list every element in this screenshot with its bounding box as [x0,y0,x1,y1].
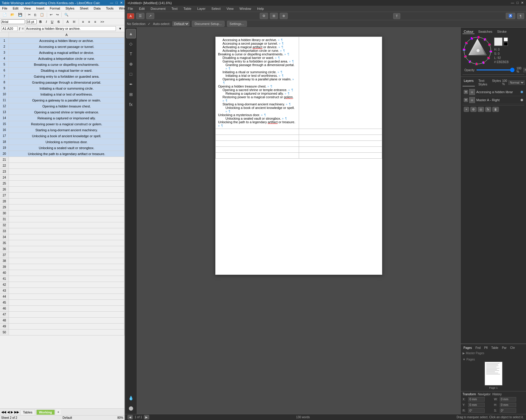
aff-table-tab[interactable]: Table [490,346,499,350]
aff-pfl-tab[interactable]: Pfl [483,346,489,350]
aff-menu-document[interactable]: Document [150,6,166,11]
aff-menu-view[interactable]: View [225,6,234,11]
aff-menu-window[interactable]: Window [239,6,252,11]
aff-accessibility-btn[interactable]: ♿ [506,13,515,19]
lo-save-btn[interactable]: 💾 [17,12,24,18]
lo-menu-format[interactable]: Format [49,6,61,10]
lo-undo-btn[interactable]: ↩ [48,12,54,18]
aff-export-btn[interactable]: ↗ [146,13,154,19]
cell-a3[interactable]: Activating a magical artifact or device. [9,50,125,56]
lo-sheet-tab-working[interactable]: Working [36,410,55,415]
aff-pages-tab[interactable]: Pages [463,346,473,350]
cell-a8[interactable]: Granting passage through a dimensional p… [9,79,125,85]
cell-a36[interactable] [9,246,125,252]
cell-a21[interactable] [9,157,125,163]
aff-canvas[interactable]: Accessing a hidden library or archive. »… [137,28,460,414]
lo-find-btn[interactable]: 🔍 [63,12,70,18]
cell-a44[interactable] [9,294,125,300]
cell-a30[interactable] [9,210,125,216]
lo-cut-btn[interactable]: ✂ [27,12,32,18]
aff-fx-tool[interactable]: fx [126,100,136,109]
cell-a46[interactable] [9,306,125,312]
cell-a34[interactable] [9,234,125,240]
cell-a37[interactable] [9,252,125,258]
cell-a10[interactable]: Initiating a trial or test of worthiness… [9,91,125,97]
aff-par-tab[interactable]: Par [501,346,508,350]
aff-text-options-btn[interactable]: T [393,13,401,19]
aff-layer-blend-dropdown[interactable]: Normal [508,80,525,85]
cell-a23[interactable] [9,169,125,175]
aff-colour-tab[interactable]: Colour [463,29,474,34]
aff-opacity-slider[interactable] [476,69,515,71]
cell-a5[interactable]: Breaking a curse or dispelling enchantme… [9,62,125,68]
cell-a35[interactable] [9,240,125,246]
lo-last-sheet-btn[interactable]: ▶▶ [14,410,19,414]
aff-y-input[interactable] [468,403,485,407]
lo-next-btn[interactable]: ▶ [11,410,13,414]
aff-minimize-btn[interactable]: — [511,1,514,5]
cell-a18[interactable]: Unlocking a mysterious door. [9,139,125,145]
cell-a38[interactable] [9,258,125,264]
lo-menu-file[interactable]: File [1,6,8,10]
lo-menu-data[interactable]: Data [93,6,101,10]
lo-new-btn[interactable]: 📄 [1,12,8,18]
cell-a17[interactable]: Unlocking a book of ancient knowledge or… [9,133,125,139]
cell-a19[interactable]: Unlocking a sealed vault or strongbox. [9,145,125,151]
cell-a6[interactable]: Disabling a magical barrier or ward. [9,68,125,74]
aff-menu-help[interactable]: Help [256,6,265,11]
aff-text-frame-tool[interactable]: T [126,49,136,59]
colour-swatch-white[interactable] [504,38,508,41]
lo-align-right-btn[interactable]: ≡ [93,19,97,24]
cell-a12[interactable]: Opening a hidden treasure chest. [9,103,125,109]
cell-a4[interactable]: Activating a teleportation circle or run… [9,56,125,62]
aff-menu-layer[interactable]: Layer [196,6,206,11]
lo-menu-edit[interactable]: Edit [12,6,19,10]
aff-select-tool[interactable]: ▲ [126,29,136,38]
aff-affinity-logo-btn[interactable]: A [127,13,134,19]
cell-a33[interactable] [9,228,125,234]
lo-highlight-btn[interactable]: H [71,19,77,24]
aff-navigator-tab[interactable]: Navigator [478,393,491,396]
aff-document-setup-btn[interactable]: Document Setup... [192,21,224,27]
cell-a48[interactable] [9,318,125,324]
lo-menu-tools[interactable]: Tools [105,6,115,10]
cell-a11[interactable]: Opening a gateway to a parallel plane or… [9,97,125,103]
cell-a42[interactable] [9,282,125,288]
aff-maximize-btn[interactable]: □ [516,1,519,5]
lo-expand-formula-btn[interactable]: ▼ [117,26,123,31]
aff-shape-tool[interactable]: □ [126,69,136,79]
aff-h-input[interactable] [500,403,516,407]
cell-a22[interactable] [9,163,125,169]
cell-a47[interactable] [9,312,125,318]
aff-w-input[interactable] [500,397,516,402]
aff-auto-select-dropdown[interactable]: Default [172,21,189,26]
aff-transform-tab[interactable]: Transform [463,393,476,396]
lo-align-left-btn[interactable]: ≡ [81,19,85,24]
lo-italic-btn[interactable]: I [44,19,48,24]
lo-minimize-btn[interactable]: — [110,1,113,5]
aff-grid-btn[interactable]: ⊞ [270,13,278,19]
cell-a43[interactable] [9,288,125,294]
aff-settings-gear-btn[interactable]: ⚙ [260,13,268,19]
cell-a27[interactable] [9,193,125,199]
lo-formula-input[interactable] [25,26,116,31]
cell-a1[interactable]: Accessing a hidden library or archive. [9,38,125,44]
aff-menu-text[interactable]: Text [171,6,178,11]
cell-a28[interactable] [9,199,125,204]
cell-a45[interactable] [9,300,125,306]
aff-crop-tool[interactable]: ⊞ [126,90,136,99]
aff-chr-tab[interactable]: Chr [509,346,516,350]
aff-rotation-input[interactable] [468,408,485,413]
lo-menu-sheet[interactable]: Sheet [79,6,89,10]
aff-pages-section-header[interactable]: ▼ Pages [463,357,524,362]
lo-close-btn[interactable]: ✕ [120,1,123,5]
aff-pen-tool[interactable]: ✒ [126,79,136,89]
cell-a25[interactable] [9,181,125,187]
cell-a31[interactable] [9,216,125,222]
aff-master-pages-header[interactable]: ▶ Master Pages [463,351,524,355]
cell-a41[interactable] [9,276,125,282]
lo-cell-ref-input[interactable] [1,26,18,31]
lo-bold-btn[interactable]: B [38,19,43,24]
aff-close-btn[interactable]: ✕ [521,1,524,5]
aff-menu-file[interactable]: File [127,6,134,11]
